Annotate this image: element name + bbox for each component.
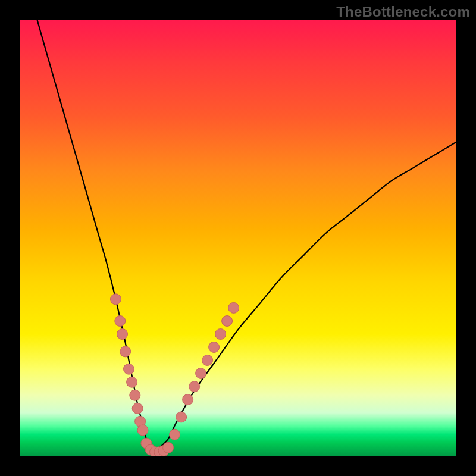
curve-marker <box>141 438 152 449</box>
curve-marker <box>189 381 200 392</box>
watermark-text: TheBottleneck.com <box>336 4 470 20</box>
curve-marker <box>228 302 239 313</box>
curve-marker <box>145 444 156 455</box>
curve-marker <box>132 403 143 414</box>
bottleneck-curve <box>37 20 456 452</box>
curve-marker <box>209 342 220 353</box>
curve-marker <box>158 446 169 456</box>
chart-svg <box>20 20 456 456</box>
curve-marker <box>196 368 206 379</box>
curve-marker <box>111 294 121 305</box>
curve-marker <box>215 329 226 340</box>
curve-marker <box>117 329 128 340</box>
curve-marker <box>154 447 165 456</box>
plot-area <box>20 20 456 456</box>
curve-marker <box>150 447 161 456</box>
curve-marker <box>202 355 213 366</box>
curve-markers <box>111 294 239 456</box>
curve-marker <box>120 346 131 357</box>
curve-marker <box>135 416 146 427</box>
curve-marker <box>170 429 180 440</box>
curve-marker <box>130 390 140 400</box>
curve-marker <box>124 364 134 374</box>
curve-marker <box>163 442 174 453</box>
curve-marker <box>176 412 187 422</box>
curve-marker <box>137 425 148 436</box>
chart-frame: TheBottleneck.com <box>0 0 476 476</box>
curve-marker <box>183 394 193 405</box>
curve-marker <box>222 316 233 327</box>
curve-marker <box>115 316 126 327</box>
curve-marker <box>127 377 137 387</box>
